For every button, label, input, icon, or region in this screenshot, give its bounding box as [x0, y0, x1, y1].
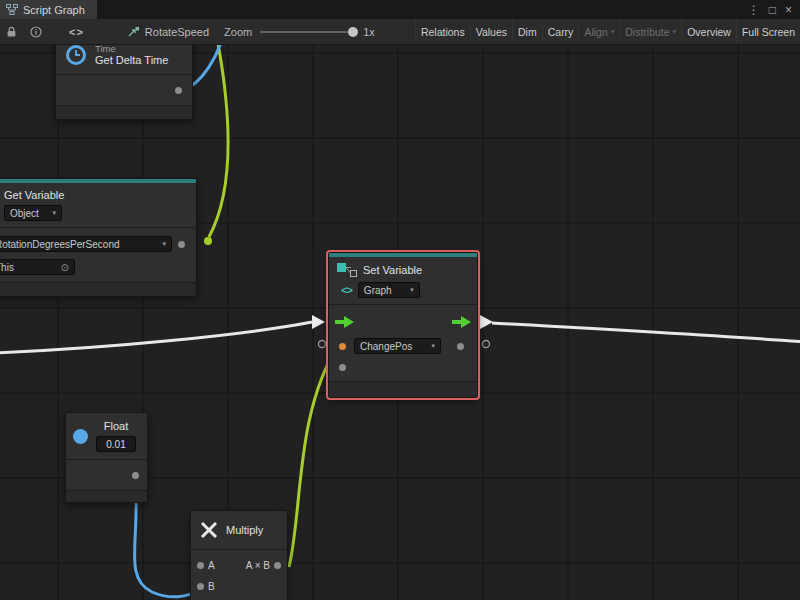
distribute-button[interactable]: Distribute▾ — [619, 19, 681, 44]
graph-name: RotateSpeed — [145, 26, 209, 38]
info-icon[interactable] — [30, 26, 42, 38]
flow-output-arrow[interactable] — [452, 316, 471, 328]
chevron-down-icon: ▾ — [410, 286, 414, 294]
unconnected-port-left[interactable] — [319, 341, 326, 348]
tab-title: Script Graph — [23, 4, 85, 16]
wire-flow-in[interactable] — [0, 322, 312, 353]
multiply-input-b-port[interactable] — [197, 583, 204, 590]
node-footer — [0, 282, 196, 296]
wire-green-top[interactable] — [209, 45, 228, 237]
variable-target-field[interactable]: This ⊙ — [0, 259, 75, 275]
zoom-label: Zoom — [224, 26, 252, 38]
node-title: Get Variable — [4, 189, 64, 202]
node-footer — [329, 381, 477, 397]
relations-button[interactable]: Relations — [415, 19, 470, 44]
tab-script-graph[interactable]: Script Graph — [0, 0, 97, 19]
node-set-variable[interactable]: Set Variable <> Graph ▾ — [328, 252, 478, 398]
node-float[interactable]: Float 0.01 — [65, 412, 148, 503]
unconnected-port-right[interactable] — [483, 341, 490, 348]
dim-button[interactable]: Dim — [512, 19, 542, 44]
node-title: Multiply — [226, 524, 263, 537]
node-multiply[interactable]: Multiply A A × B B — [190, 510, 288, 600]
toolbar-buttons: Relations Values Dim Carry Align▾ Distri… — [415, 19, 800, 44]
carry-button[interactable]: Carry — [542, 19, 579, 44]
node-title: Get Delta Time — [95, 54, 168, 67]
node-title: Float — [104, 420, 128, 433]
maximize-icon[interactable]: □ — [769, 4, 776, 16]
node-get-variable[interactable]: Get Variable Object ▾ RotationDegreesPer… — [0, 178, 197, 297]
zoom-slider[interactable] — [260, 31, 355, 33]
chevron-down-icon: ▾ — [611, 28, 615, 36]
flow-arrowhead-in — [312, 315, 325, 329]
node-title: Set Variable — [363, 264, 422, 277]
clock-icon — [64, 45, 88, 67]
lock-icon[interactable] — [6, 26, 17, 38]
chevron-down-icon: ▾ — [162, 240, 166, 248]
wire-green-endpoint[interactable] — [204, 237, 212, 245]
variable-name-dropdown[interactable]: ChangePos ▾ — [354, 338, 441, 354]
port-label-b: B — [208, 581, 215, 592]
align-button[interactable]: Align▾ — [578, 19, 619, 44]
inspector-toggle-icon[interactable]: <> — [69, 26, 84, 38]
chevron-down-icon: ▾ — [431, 342, 435, 350]
flow-arrowhead-out — [480, 315, 493, 329]
value-input-port[interactable] — [339, 343, 346, 350]
port-label-result: A × B — [246, 560, 270, 571]
multiply-output-port[interactable] — [274, 562, 281, 569]
chevron-down-icon: ▾ — [673, 28, 677, 36]
close-icon[interactable]: × — [785, 4, 792, 16]
port-label-a: A — [208, 560, 215, 571]
overview-button[interactable]: Overview — [681, 19, 736, 44]
fallback-input-port[interactable] — [339, 364, 346, 371]
graph-asset-icon — [128, 26, 140, 38]
graph-canvas[interactable]: Time Get Delta Time Get Variable Object … — [0, 45, 800, 600]
wire-flow-out[interactable] — [492, 323, 800, 342]
delta-time-output-port[interactable] — [175, 87, 182, 94]
script-graph-icon — [6, 4, 18, 15]
chevron-down-icon: ▾ — [52, 209, 56, 217]
window-controls: ⋮ □ × — [748, 0, 800, 19]
zoom-slider-handle[interactable] — [348, 27, 358, 37]
values-button[interactable]: Values — [470, 19, 512, 44]
float-icon — [72, 428, 89, 445]
float-output-port[interactable] — [132, 472, 139, 479]
variable-name-dropdown[interactable]: RotationDegreesPerSecond ▾ — [0, 236, 172, 252]
variable-scope-dropdown[interactable]: Graph ▾ — [358, 282, 420, 298]
tab-bar: Script Graph ⋮ □ × — [0, 0, 800, 19]
kebab-menu-icon[interactable]: ⋮ — [748, 4, 760, 16]
node-category: Time — [95, 45, 168, 54]
variable-value-output-port[interactable] — [178, 241, 185, 248]
node-footer — [56, 105, 192, 119]
variable-scope-dropdown[interactable]: Object ▾ — [4, 205, 62, 221]
object-picker-icon[interactable]: ⊙ — [61, 262, 69, 273]
zoom-value: 1x — [363, 26, 375, 38]
graph-kind-icon: <> — [341, 284, 352, 296]
flow-input-arrow[interactable] — [335, 316, 354, 328]
value-output-port[interactable] — [457, 343, 464, 350]
fullscreen-button[interactable]: Full Screen — [736, 19, 800, 44]
set-variable-icon — [337, 263, 357, 278]
graph-toolbar: <> RotateSpeed Zoom 1x Relations Values … — [0, 19, 800, 45]
float-value-field[interactable]: 0.01 — [96, 436, 136, 452]
multiply-icon — [199, 520, 219, 540]
unity-script-graph-window: Script Graph ⋮ □ × <> — [0, 0, 800, 600]
node-get-delta-time[interactable]: Time Get Delta Time — [55, 45, 193, 120]
multiply-input-a-port[interactable] — [197, 562, 204, 569]
node-footer — [66, 490, 147, 502]
